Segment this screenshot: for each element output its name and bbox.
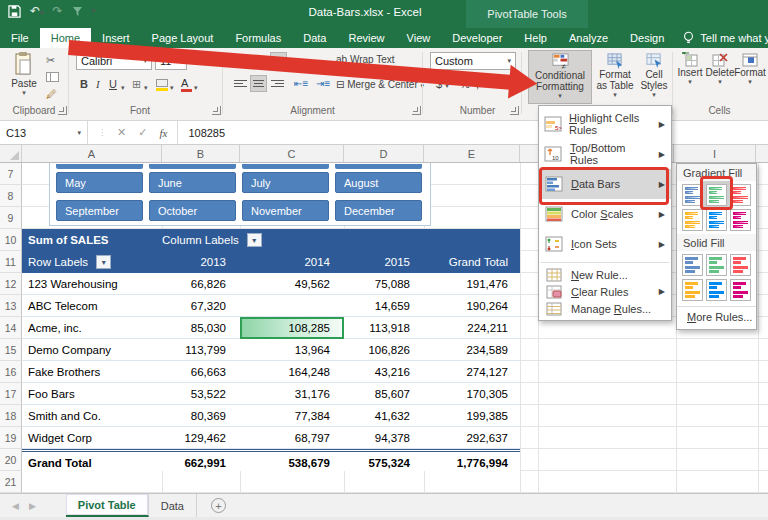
pivot-cell[interactable]: 66,826 bbox=[162, 273, 240, 295]
slicer-button-december[interactable]: December bbox=[335, 200, 422, 221]
row-header-13[interactable]: 13 bbox=[0, 295, 22, 317]
slicer-button-october[interactable]: October bbox=[149, 200, 236, 221]
pivot-cell[interactable]: 66,663 bbox=[162, 361, 240, 383]
row-labels-filter-icon[interactable]: ▼ bbox=[96, 255, 111, 269]
ribbon-tab-file[interactable]: File bbox=[0, 28, 40, 48]
pivot-cell[interactable]: 170,305 bbox=[424, 383, 520, 405]
pivot-cell[interactable]: 13,964 bbox=[240, 339, 344, 361]
menu-item-manage-rules-[interactable]: Manage Rules... bbox=[539, 300, 671, 317]
pivot-cell[interactable]: 67,320 bbox=[162, 295, 240, 317]
number-format-select[interactable]: Custom▾ bbox=[430, 52, 516, 70]
comma-style-icon[interactable]: , bbox=[476, 78, 479, 90]
grow-font-icon[interactable]: A bbox=[192, 54, 200, 66]
cut-icon[interactable]: ✂ bbox=[46, 54, 55, 67]
menu-item-highlight-cells-rules[interactable]: 5> Highlight Cells Rules ▶ bbox=[539, 109, 671, 139]
slicer-button-partial[interactable] bbox=[149, 164, 236, 169]
row-header-12[interactable]: 12 bbox=[0, 273, 22, 295]
more-rules-item[interactable]: More Rules... bbox=[677, 306, 756, 327]
solid-databar-swatch-6[interactable] bbox=[730, 279, 751, 301]
row-header-8[interactable]: 8 bbox=[0, 185, 22, 207]
accounting-format-icon[interactable]: $ ▾ bbox=[436, 78, 449, 90]
ribbon-tab-review[interactable]: Review bbox=[337, 28, 395, 48]
delete-cells-button[interactable]: Delete▾ bbox=[706, 52, 734, 86]
slicer-button-may[interactable]: May bbox=[56, 172, 143, 193]
pivot-row-name[interactable]: Acme, inc. bbox=[22, 317, 162, 339]
solid-databar-swatch-4[interactable] bbox=[682, 279, 703, 301]
row-header-20[interactable]: 20 bbox=[0, 449, 22, 471]
tell-me-box[interactable]: Tell me what you want to do bbox=[675, 28, 768, 48]
ribbon-tab-page-layout[interactable]: Page Layout bbox=[141, 28, 225, 48]
align-top-icon[interactable] bbox=[234, 54, 247, 62]
gradient-databar-swatch-1[interactable] bbox=[682, 184, 703, 206]
pivot-cell[interactable]: 85,607 bbox=[344, 383, 424, 405]
slicer-button-partial[interactable] bbox=[56, 164, 143, 169]
underline-icon[interactable]: U bbox=[109, 78, 117, 90]
slicer-button-july[interactable]: July bbox=[242, 172, 329, 193]
borders-dropdown-icon[interactable]: ▾ bbox=[144, 84, 148, 92]
clipboard-dialog-launcher[interactable] bbox=[58, 106, 67, 115]
namebox-splitter[interactable]: ⋮ bbox=[98, 128, 105, 137]
ribbon-tab-developer[interactable]: Developer bbox=[441, 28, 513, 48]
pivot-row-name[interactable]: Demo Company bbox=[22, 339, 162, 361]
fill-color-icon[interactable] bbox=[156, 79, 168, 91]
pivot-cell[interactable]: 292,637 bbox=[424, 427, 520, 449]
pivot-cell[interactable]: 75,088 bbox=[344, 273, 424, 295]
pivot-cell[interactable]: 274,127 bbox=[424, 361, 520, 383]
ribbon-tab-insert[interactable]: Insert bbox=[91, 28, 141, 48]
column-header-c[interactable]: C bbox=[240, 145, 344, 162]
slicer-button-june[interactable]: June bbox=[149, 172, 236, 193]
gradient-databar-swatch-5[interactable] bbox=[706, 209, 727, 231]
pivot-cell[interactable]: 43,216 bbox=[344, 361, 424, 383]
cancel-entry-icon[interactable]: ✕ bbox=[117, 126, 126, 139]
menu-item-new-rule-[interactable]: New Rule... bbox=[539, 266, 671, 283]
align-bottom-icon[interactable] bbox=[270, 52, 287, 66]
copy-icon[interactable] bbox=[46, 70, 59, 84]
pivot-row-name[interactable]: Widget Corp bbox=[22, 427, 162, 449]
ribbon-tab-design[interactable]: Design bbox=[619, 28, 675, 48]
formula-input[interactable]: 108285 bbox=[178, 121, 225, 144]
pivot-cell[interactable]: 94,378 bbox=[344, 427, 424, 449]
menu-item-color-scales[interactable]: Color Scales ▶ bbox=[539, 199, 671, 229]
pivot-cell[interactable]: 53,522 bbox=[162, 383, 240, 405]
number-dialog-launcher[interactable] bbox=[510, 106, 519, 115]
column-header-b[interactable]: B bbox=[162, 145, 240, 162]
decimal-buttons[interactable]: .00 .0 bbox=[490, 79, 510, 88]
menu-item-icon-sets[interactable]: Icon Sets ▶ bbox=[539, 229, 671, 259]
align-center-icon[interactable] bbox=[250, 75, 267, 92]
insert-cells-button[interactable]: Insert▾ bbox=[676, 52, 704, 86]
pivot-cell[interactable]: 31,176 bbox=[240, 383, 344, 405]
pivot-cell[interactable]: 224,211 bbox=[424, 317, 520, 339]
pivot-cell[interactable]: 106,826 bbox=[344, 339, 424, 361]
pivot-cell[interactable]: 191,476 bbox=[424, 273, 520, 295]
row-header-16[interactable]: 16 bbox=[0, 361, 22, 383]
format-as-table-button[interactable]: Format as Table▾ bbox=[594, 50, 636, 99]
row-header-15[interactable]: 15 bbox=[0, 339, 22, 361]
name-box[interactable]: C13▾ bbox=[0, 121, 88, 144]
italic-icon[interactable]: I bbox=[96, 78, 100, 90]
row-header-14[interactable]: 14 bbox=[0, 317, 22, 339]
selected-cell-c13[interactable]: 108,285 bbox=[240, 317, 344, 339]
solid-databar-swatch-3[interactable] bbox=[730, 254, 751, 276]
slicer-button-september[interactable]: September bbox=[56, 200, 143, 221]
slicer-button-partial[interactable] bbox=[335, 164, 422, 169]
row-header-17[interactable]: 17 bbox=[0, 383, 22, 405]
column-header-e[interactable]: E bbox=[424, 145, 520, 162]
menu-item-top-bottom-rules[interactable]: 10 Top/Bottom Rules ▶ bbox=[539, 139, 671, 169]
font-name-select[interactable]: Calibri▾ bbox=[76, 52, 152, 70]
underline-dropdown-icon[interactable]: ▾ bbox=[121, 84, 125, 92]
solid-databar-swatch-2[interactable] bbox=[706, 254, 727, 276]
sheet-tab-data[interactable]: Data bbox=[149, 494, 197, 517]
pivot-row-name[interactable]: Foo Bars bbox=[22, 383, 162, 405]
menu-item-clear-rules[interactable]: Clear Rules ▶ bbox=[539, 283, 671, 300]
ribbon-tab-view[interactable]: View bbox=[396, 28, 442, 48]
format-painter-icon[interactable]: 🖉 bbox=[46, 88, 57, 100]
pivot-cell[interactable]: 113,799 bbox=[162, 339, 240, 361]
percent-style-icon[interactable]: % bbox=[460, 78, 470, 90]
insert-function-icon[interactable]: fx bbox=[159, 127, 167, 139]
solid-databar-swatch-5[interactable] bbox=[706, 279, 727, 301]
ribbon-tab-analyze[interactable]: Analyze bbox=[558, 28, 619, 48]
column-header-a[interactable]: A bbox=[22, 145, 162, 162]
column-header-i[interactable]: I bbox=[674, 145, 756, 162]
shrink-font-icon[interactable]: A bbox=[206, 56, 213, 66]
pivot-cell[interactable]: 113,918 bbox=[344, 317, 424, 339]
